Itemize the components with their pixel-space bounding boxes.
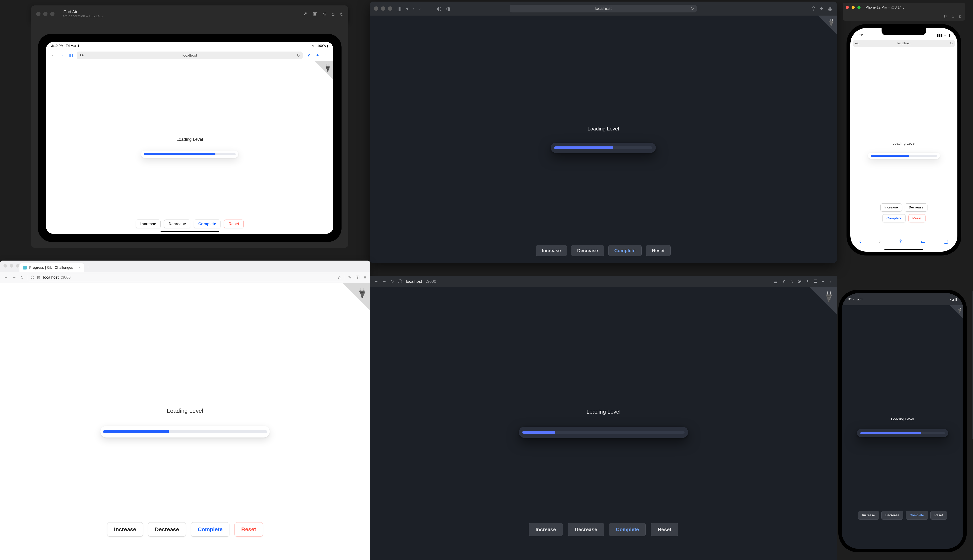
home-icon[interactable]: ⌂ [951, 14, 954, 19]
maximize-icon[interactable] [50, 12, 55, 16]
reset-button[interactable]: Reset [908, 214, 926, 222]
complete-button[interactable]: Complete [609, 523, 646, 536]
reload-icon[interactable]: ↻ [390, 279, 394, 284]
complete-button[interactable]: Complete [609, 245, 642, 256]
bookmark-icon[interactable]: ☆ [338, 275, 341, 280]
maximize-icon[interactable] [16, 264, 20, 268]
url-host[interactable]: localhost [406, 279, 422, 284]
decrease-button[interactable]: Decrease [881, 511, 903, 520]
text-size-icon[interactable]: AA [855, 42, 859, 45]
reload-icon[interactable]: ↻ [20, 275, 24, 280]
new-tab-icon[interactable]: + [820, 5, 823, 12]
devtools-corner[interactable]: 🔌 [809, 287, 837, 314]
back-icon[interactable]: ← [374, 279, 378, 284]
shield-icon[interactable]: ◐ [437, 5, 441, 12]
back-icon[interactable]: ← [4, 275, 8, 280]
complete-button[interactable]: Complete [906, 511, 928, 520]
reload-icon[interactable]: ↻ [950, 42, 953, 45]
dropdown-icon[interactable]: ▾ [406, 5, 409, 12]
screenshot-icon[interactable]: ⎘ [945, 14, 947, 19]
info-icon[interactable]: ⓘ [398, 278, 402, 284]
increase-button[interactable]: Increase [529, 523, 563, 536]
shield-icon[interactable]: ⬡ [30, 275, 34, 280]
reading-icon[interactable]: ☰ [814, 279, 818, 284]
extension-icon[interactable]: ◉ [798, 279, 802, 284]
increase-button[interactable]: Increase [858, 511, 879, 520]
devtools-corner[interactable]: 🔌 [343, 283, 370, 310]
close-tab-icon[interactable]: × [78, 265, 80, 270]
reload-icon[interactable]: ↻ [297, 53, 300, 58]
complete-button[interactable]: Complete [882, 214, 906, 222]
decrease-button[interactable]: Decrease [571, 245, 604, 256]
decrease-button[interactable]: Decrease [164, 220, 190, 228]
reset-button[interactable]: Reset [651, 523, 678, 536]
back-icon[interactable]: ‹ [859, 238, 861, 244]
appearance-icon[interactable]: ◑ [446, 5, 450, 12]
sidebar-icon[interactable]: ▥ [396, 5, 402, 12]
url-field[interactable]: ⬡ 🗎 localhost:3000 ☆ [28, 273, 344, 282]
close-icon[interactable] [374, 7, 378, 11]
reset-button[interactable]: Reset [224, 220, 244, 228]
tabs-icon[interactable]: ▦ [828, 5, 833, 12]
record-icon[interactable]: ⎘ [323, 11, 326, 17]
increase-button[interactable]: Increase [536, 245, 567, 256]
traffic-lights[interactable] [846, 6, 861, 9]
minimize-icon[interactable] [852, 6, 855, 9]
forward-icon[interactable]: → [382, 279, 386, 284]
profile-icon[interactable]: ● [822, 279, 824, 284]
url-field[interactable]: AA localhost ↻ [77, 52, 303, 59]
new-tab-icon[interactable]: + [315, 53, 321, 58]
minimize-icon[interactable] [381, 7, 385, 11]
url-field[interactable]: localhost ↻ [510, 5, 697, 12]
minimize-icon[interactable] [10, 264, 13, 268]
maximize-icon[interactable] [388, 7, 392, 11]
forward-icon[interactable]: › [59, 53, 65, 58]
close-icon[interactable] [36, 12, 40, 16]
maximize-icon[interactable] [858, 6, 861, 9]
increase-button[interactable]: Increase [136, 220, 160, 228]
screenshot-icon[interactable]: ▣ [313, 11, 318, 17]
bookmarks-icon[interactable]: ▭ [921, 238, 926, 244]
forward-icon[interactable]: → [12, 275, 16, 280]
share-icon[interactable]: ⇪ [899, 238, 903, 244]
menu-icon[interactable]: ≡ [364, 275, 366, 280]
back-icon[interactable]: ‹ [413, 5, 415, 12]
text-size-icon[interactable]: AA [80, 54, 84, 57]
ipad-titlebar[interactable]: iPad Air 4th generation – iOS 14.5 ⤢ ▣ ⎘… [31, 5, 348, 22]
close-icon[interactable] [846, 6, 849, 9]
minimize-icon[interactable] [43, 12, 47, 16]
devtools-corner[interactable]: 🔌 [818, 15, 837, 34]
rotate-icon[interactable]: ⎋ [959, 14, 961, 19]
browser-tab[interactable]: Progress | GUI Challenges × [20, 263, 84, 272]
reset-button[interactable]: Reset [646, 245, 670, 256]
extension-icon[interactable]: ⚿ [356, 275, 360, 280]
close-icon[interactable] [3, 264, 7, 268]
complete-button[interactable]: Complete [191, 522, 229, 537]
new-tab-icon[interactable]: + [87, 264, 90, 270]
pointer-icon[interactable]: ⤢ [303, 11, 307, 17]
forward-icon[interactable]: › [419, 5, 421, 12]
decrease-button[interactable]: Decrease [568, 523, 604, 536]
url-field[interactable]: AA localhost ↻ [853, 40, 955, 47]
menu-icon[interactable]: ⋮ [829, 279, 833, 284]
home-indicator[interactable] [884, 249, 923, 250]
reload-icon[interactable]: ↻ [690, 6, 694, 11]
install-icon[interactable]: ⬓ [774, 279, 777, 284]
extensions-icon[interactable]: ✦ [806, 279, 809, 284]
lock-icon[interactable]: 🗎 [37, 275, 41, 280]
devtools-corner[interactable]: 🔌 [315, 61, 333, 80]
traffic-lights[interactable] [374, 7, 392, 11]
share-icon[interactable]: ⇪ [811, 5, 816, 12]
rotate-icon[interactable]: ⎋ [340, 11, 343, 17]
share-icon[interactable]: ⇪ [782, 279, 786, 284]
extension-icon[interactable]: ✎ [348, 275, 352, 280]
increase-button[interactable]: Increase [107, 522, 143, 537]
home-indicator[interactable] [160, 231, 219, 232]
back-icon[interactable]: ‹ [50, 53, 56, 58]
safari-titlebar[interactable]: ▥ ▾ ‹ › ◐ ◑ localhost ↻ ⇪ + ▦ [370, 2, 837, 15]
increase-button[interactable]: Increase [880, 203, 902, 212]
tabs-icon[interactable]: ▢ [944, 238, 948, 244]
reset-button[interactable]: Reset [930, 511, 947, 520]
reset-button[interactable]: Reset [234, 522, 263, 537]
share-icon[interactable]: ⇪ [306, 53, 311, 58]
